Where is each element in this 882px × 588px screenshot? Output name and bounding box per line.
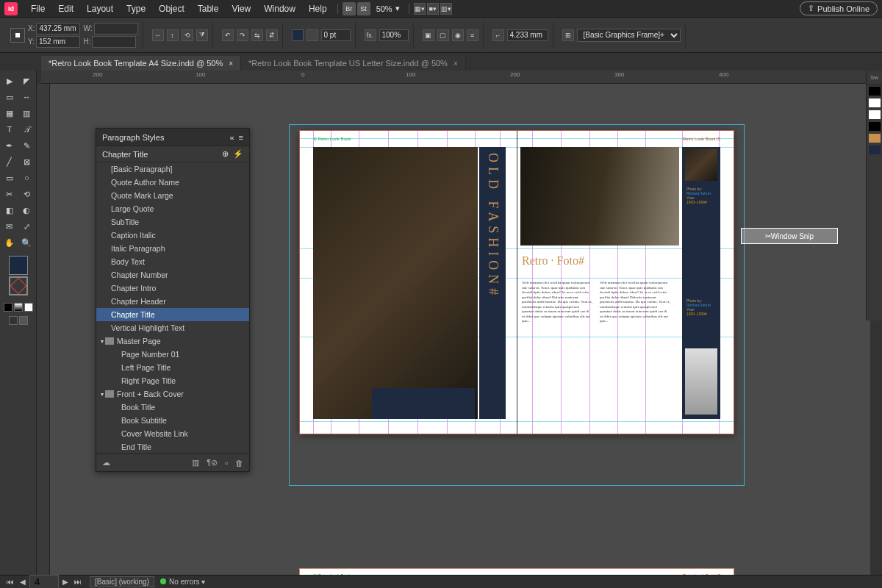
direct-selection-tool[interactable]: ◤ bbox=[19, 74, 35, 88]
stroke-weight-input[interactable] bbox=[321, 29, 351, 41]
free-transform-tool[interactable]: ⟲ bbox=[19, 187, 35, 201]
style-item[interactable]: Caption Italic bbox=[96, 229, 249, 242]
paragraph-styles-panel[interactable]: Paragraph Styles «≡ Chapter Title ⊕⚡ [Ba… bbox=[96, 128, 250, 472]
thumbnail[interactable] bbox=[685, 148, 717, 181]
rotate-icon[interactable]: ⟲ bbox=[182, 29, 193, 41]
close-icon[interactable]: × bbox=[229, 60, 233, 68]
style-item[interactable]: Vertical Highlight Text bbox=[96, 321, 249, 334]
corner-options-icon[interactable]: ⌐ bbox=[492, 29, 504, 41]
apply-gradient-icon[interactable] bbox=[14, 303, 23, 312]
menu-file[interactable]: File bbox=[25, 1, 51, 16]
trash-icon[interactable]: 🗑 bbox=[235, 459, 243, 467]
spread-pages-4-5[interactable]: 4| Retro Look Book Retro Look Book |5 OL… bbox=[300, 131, 734, 434]
menu-edit[interactable]: Edit bbox=[52, 1, 79, 16]
text-wrap-shape-icon[interactable]: ◉ bbox=[452, 29, 464, 41]
style-item[interactable]: Left Page Title bbox=[96, 361, 249, 374]
fx-icon[interactable]: fx. bbox=[365, 29, 376, 41]
style-item[interactable]: Chapter Title bbox=[96, 308, 249, 321]
stroke-swatch[interactable] bbox=[9, 276, 28, 295]
spread-pages-6-7[interactable]: 6| Retro Look Book Retro Look Book |7 bbox=[300, 569, 734, 575]
x-input[interactable] bbox=[36, 23, 80, 35]
first-page-icon[interactable]: ⏮ bbox=[4, 578, 16, 586]
new-style-icon[interactable]: ⊕ bbox=[222, 149, 229, 159]
new-icon[interactable]: ▫ bbox=[225, 459, 228, 467]
scale-x-icon[interactable]: ↔ bbox=[152, 29, 164, 41]
swatch-item[interactable] bbox=[869, 134, 881, 143]
pencil-tool[interactable]: ✎ bbox=[19, 138, 35, 153]
pen-tool[interactable]: ✒ bbox=[1, 138, 18, 153]
corner-size-input[interactable] bbox=[507, 29, 548, 41]
swatch-item[interactable] bbox=[869, 110, 881, 119]
note-tool[interactable]: ✉ bbox=[1, 219, 18, 234]
prev-page-icon[interactable]: ◀ bbox=[18, 578, 28, 586]
style-group[interactable]: Master Page bbox=[96, 334, 249, 348]
swatch-item[interactable] bbox=[869, 146, 881, 154]
h-input[interactable] bbox=[92, 36, 136, 48]
body-text-col2[interactable]: Velit nostrum elici reicilist quam volor… bbox=[600, 281, 670, 417]
close-icon[interactable]: × bbox=[453, 60, 458, 68]
style-item[interactable]: Page Number 01 bbox=[96, 348, 249, 361]
vertical-ruler[interactable] bbox=[37, 84, 50, 575]
clear-icon[interactable]: ¶⊘ bbox=[207, 458, 218, 467]
zoom-tool[interactable]: 🔍 bbox=[19, 235, 35, 250]
gap-tool[interactable]: ↔ bbox=[19, 90, 35, 104]
gradient-feather-tool[interactable]: ◐ bbox=[19, 203, 35, 218]
eyedropper-tool[interactable]: ⤢ bbox=[19, 219, 35, 234]
style-group[interactable]: Front + Back Cover bbox=[96, 387, 249, 401]
hand-tool[interactable]: ✋ bbox=[1, 235, 18, 250]
style-item[interactable]: Quote Mark Large bbox=[96, 189, 249, 202]
menu-window[interactable]: Window bbox=[258, 1, 301, 16]
style-item[interactable]: Book Title bbox=[96, 401, 249, 414]
preview-mode-icon[interactable] bbox=[19, 316, 28, 325]
style-list[interactable]: [Basic Paragraph]Quote Author NameQuote … bbox=[96, 162, 249, 453]
photo-frame[interactable] bbox=[313, 147, 478, 419]
rectangle-frame-tool[interactable]: ⊠ bbox=[19, 154, 35, 169]
style-item[interactable]: SubTitle bbox=[96, 215, 249, 229]
style-item[interactable]: [Basic Paragraph] bbox=[96, 162, 249, 176]
style-item[interactable]: Right Page Title bbox=[96, 374, 249, 387]
menu-view[interactable]: View bbox=[226, 1, 257, 16]
zoom-dropdown[interactable]: 50% ▾ bbox=[372, 2, 404, 15]
arrange-icon[interactable]: ▥▾ bbox=[440, 3, 452, 15]
text-wrap-none-icon[interactable]: ▣ bbox=[423, 29, 434, 41]
scissors-tool[interactable]: ✂ bbox=[1, 187, 18, 201]
page-tool[interactable]: ▭ bbox=[1, 90, 18, 104]
normal-mode-icon[interactable] bbox=[9, 316, 18, 325]
rotate-ccw-icon[interactable]: ↶ bbox=[222, 29, 234, 41]
stock-icon[interactable]: St bbox=[357, 2, 370, 15]
w-input[interactable] bbox=[94, 23, 138, 35]
y-input[interactable] bbox=[36, 36, 80, 48]
new-group-icon[interactable]: ▥ bbox=[192, 458, 199, 467]
preflight-status[interactable]: No errors ▾ bbox=[160, 578, 205, 586]
canvas[interactable]: 4| Retro Look Book Retro Look Book |5 OL… bbox=[50, 84, 870, 575]
content-collector-tool[interactable]: ▦ bbox=[1, 106, 18, 121]
rectangle-tool[interactable]: ▭ bbox=[1, 171, 18, 185]
last-page-icon[interactable]: ⏭ bbox=[72, 578, 84, 586]
right-panel-dock[interactable]: Sw bbox=[866, 71, 882, 320]
style-item[interactable]: Body Text bbox=[96, 255, 249, 268]
rotate-cw-icon[interactable]: ↷ bbox=[237, 29, 248, 41]
style-item[interactable]: Chapter Number bbox=[96, 268, 249, 282]
fitting-icon[interactable]: ⊞ bbox=[562, 29, 574, 41]
style-item[interactable]: Chapter Header bbox=[96, 295, 249, 308]
clear-override-icon[interactable]: ⚡ bbox=[233, 149, 243, 159]
view-options-icon[interactable]: ▦▾ bbox=[414, 3, 426, 15]
page-number-input[interactable] bbox=[29, 575, 59, 588]
menu-table[interactable]: Table bbox=[192, 1, 225, 16]
object-style-select[interactable]: [Basic Graphics Frame]+ bbox=[577, 29, 681, 42]
stroke-icon[interactable] bbox=[306, 29, 318, 41]
reference-point-icon[interactable] bbox=[10, 28, 25, 43]
ellipse-tool[interactable]: ○ bbox=[19, 171, 35, 185]
body-text-col1[interactable]: Velit nostrum elici reicilist quam volor… bbox=[522, 281, 592, 417]
cloud-icon[interactable]: ☁ bbox=[102, 458, 110, 467]
menu-help[interactable]: Help bbox=[303, 1, 333, 16]
apply-none-icon[interactable] bbox=[24, 303, 33, 312]
swatch-item[interactable] bbox=[869, 122, 881, 131]
style-item[interactable]: Italic Paragraph bbox=[96, 242, 249, 255]
window-snip-overlay[interactable]: ✂ Window Snip bbox=[741, 228, 838, 244]
collapse-icon[interactable]: « bbox=[229, 133, 234, 142]
style-item[interactable]: Chapter Intro bbox=[96, 282, 249, 295]
flip-v-icon[interactable]: ⇵ bbox=[266, 29, 278, 41]
text-wrap-jump-icon[interactable]: ≡ bbox=[467, 29, 478, 41]
menu-object[interactable]: Object bbox=[153, 1, 190, 16]
